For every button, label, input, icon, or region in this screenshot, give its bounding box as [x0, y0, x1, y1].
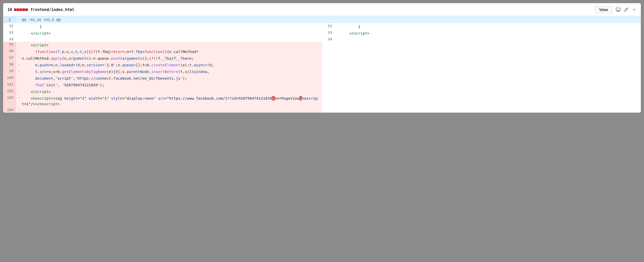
- line-number-right[interactable]: [322, 48, 335, 55]
- code-right[interactable]: [341, 37, 641, 42]
- line-number-right[interactable]: [322, 82, 335, 88]
- diff-row: 101- fbq('init', '926790474121839');: [3, 82, 641, 88]
- code-left[interactable]: [22, 107, 322, 112]
- diff-row: 102- </script>: [3, 88, 641, 95]
- diff-file: 10 frontend/index.html View @@ -92,16 +9…: [3, 3, 641, 113]
- code-right[interactable]: </script>: [341, 30, 641, 37]
- diff-row: 104-: [3, 107, 641, 112]
- code-right[interactable]: [341, 75, 641, 82]
- code-right[interactable]: [341, 55, 641, 62]
- diff-marker-right: [335, 95, 341, 107]
- line-number-right[interactable]: 94: [322, 37, 335, 42]
- diff-row: 100- document,'script','https://connect.…: [3, 75, 641, 82]
- line-number-left[interactable]: 94: [3, 37, 16, 42]
- diff-marker-left: -: [16, 55, 22, 62]
- line-number-left[interactable]: 99: [3, 68, 16, 75]
- code-left[interactable]: <script>: [22, 42, 322, 48]
- diff-marker-right: [335, 23, 341, 30]
- code-left[interactable]: document,'script','https://connect.faceb…: [22, 75, 322, 82]
- pencil-icon[interactable]: [624, 7, 628, 12]
- code-left[interactable]: t.src=v;s=b.getElementsByTagName(e)[0];s…: [22, 68, 322, 75]
- line-number-right[interactable]: [322, 75, 335, 82]
- diff-marker-left: -: [16, 95, 22, 107]
- code-right[interactable]: [341, 62, 641, 68]
- line-number-left[interactable]: 101: [3, 82, 16, 88]
- diff-row: 99- t.src=v;s=b.getElementsByTagName(e)[…: [3, 68, 641, 75]
- line-number-left[interactable]: 103: [3, 95, 16, 107]
- hunk-header: @@ -92,16 +92,6 @@: [3, 16, 641, 23]
- line-number-left[interactable]: 93: [3, 30, 16, 37]
- code-right[interactable]: [341, 88, 641, 95]
- diff-marker-right: [335, 37, 341, 42]
- diff-marker-left: -: [16, 107, 22, 112]
- diffstat-blocks[interactable]: [14, 8, 28, 11]
- diff-marker-left: -: [16, 82, 22, 88]
- diff-row: 96- !function(f,b,e,v,n,t,s){if(f.fbq)re…: [3, 48, 641, 55]
- diff-marker-right: [335, 30, 341, 37]
- code-left[interactable]: [22, 37, 322, 42]
- code-left[interactable]: !function(f,b,e,v,n,t,s){if(f.fbq)return…: [22, 48, 322, 55]
- diff-row: 9494: [3, 37, 641, 42]
- code-left[interactable]: n.callMethod.apply(n,arguments):n.queue.…: [22, 55, 322, 62]
- line-number-left[interactable]: 104: [3, 107, 16, 112]
- code-left[interactable]: n.push=n;n.loaded=!0;n.version='2.0';n.q…: [22, 62, 322, 68]
- code-right[interactable]: [341, 95, 641, 107]
- code-left[interactable]: </script>: [22, 30, 322, 37]
- hunk-text: @@ -92,16 +92,6 @@: [16, 16, 641, 23]
- line-number-left[interactable]: 98: [3, 62, 16, 68]
- diff-marker-right: [335, 82, 341, 88]
- line-number-left[interactable]: 102: [3, 88, 16, 95]
- code-left[interactable]: fbq('init', '926790474121839');: [22, 82, 322, 88]
- code-right[interactable]: }: [341, 23, 641, 30]
- line-number-left[interactable]: 100: [3, 75, 16, 82]
- line-number-right[interactable]: [322, 55, 335, 62]
- diff-marker-left: -: [16, 62, 22, 68]
- code-left[interactable]: }: [22, 23, 322, 30]
- diff-marker-right: [335, 75, 341, 82]
- code-right[interactable]: [341, 48, 641, 55]
- diff-marker-left: -: [16, 75, 22, 82]
- file-actions: View: [595, 6, 637, 13]
- line-number-right[interactable]: [322, 62, 335, 68]
- diff-marker-right: [335, 48, 341, 55]
- code-right[interactable]: [341, 68, 641, 75]
- line-number-right[interactable]: [322, 42, 335, 48]
- diff-row: 93 </script>93 </script>: [3, 30, 641, 37]
- line-number-left[interactable]: 95: [3, 42, 16, 48]
- diff-marker-left: -: [16, 42, 22, 48]
- diff-marker-right: [335, 55, 341, 62]
- line-number-left[interactable]: 92: [3, 23, 16, 30]
- diff-marker-left: [16, 23, 22, 30]
- line-number-right[interactable]: [322, 68, 335, 75]
- diff-count: 10: [7, 7, 12, 12]
- code-left[interactable]: </script>: [22, 88, 322, 95]
- code-right[interactable]: [341, 42, 641, 48]
- diff-row: 95- <script>: [3, 42, 641, 48]
- diff-marker-right: [335, 62, 341, 68]
- line-number-right[interactable]: [322, 107, 335, 112]
- file-path[interactable]: frontend/index.html: [30, 7, 74, 12]
- view-button[interactable]: View: [595, 6, 612, 13]
- diff-marker-right: [335, 88, 341, 95]
- diff-row: 98- n.push=n;n.loaded=!0;n.version='2.0'…: [3, 62, 641, 68]
- diff-marker-left: -: [16, 68, 22, 75]
- diff-row: 97-n.callMethod.apply(n,arguments):n.que…: [3, 55, 641, 62]
- code-right[interactable]: [341, 82, 641, 88]
- diff-table: 92 }92 }93 </script>93 </script>949495- …: [3, 23, 641, 112]
- device-desktop-icon[interactable]: [616, 7, 620, 12]
- diff-marker-right: [335, 68, 341, 75]
- code-right[interactable]: [341, 107, 641, 112]
- diff-marker-left: [16, 30, 22, 37]
- line-number-right[interactable]: [322, 95, 335, 107]
- line-number-right[interactable]: 92: [322, 23, 335, 30]
- expand-icon[interactable]: [3, 16, 16, 23]
- file-header: 10 frontend/index.html View: [3, 3, 641, 16]
- diff-marker-left: -: [16, 48, 22, 55]
- line-number-right[interactable]: [322, 88, 335, 95]
- line-number-right[interactable]: 93: [322, 30, 335, 37]
- code-left[interactable]: <noscript><img height="1" width="1" styl…: [22, 95, 322, 107]
- chevron-down-icon[interactable]: [632, 7, 637, 12]
- diff-marker-right: [335, 42, 341, 48]
- line-number-left[interactable]: 96: [3, 48, 16, 55]
- line-number-left[interactable]: 97: [3, 55, 16, 62]
